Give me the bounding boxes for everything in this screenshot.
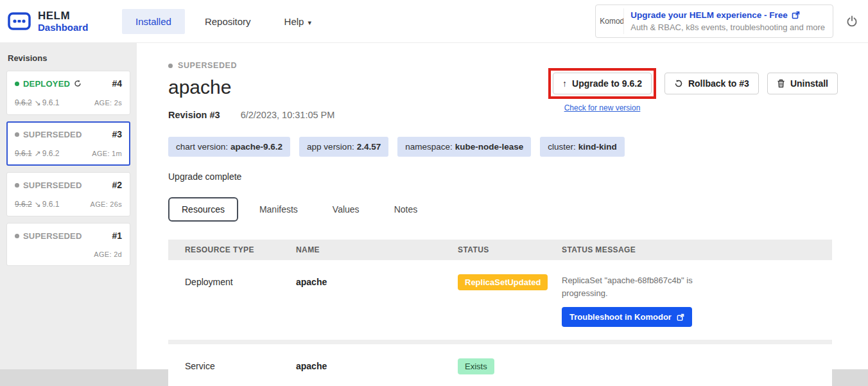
main-nav: Installed Repository Help▾ [122,9,325,34]
resource-message-cell: ReplicaSet "apache-68fb867c4b" is progre… [562,274,832,327]
trash-icon [777,79,785,88]
status-dot-icon [15,234,19,238]
tab-manifests[interactable]: Manifests [246,197,311,222]
status-badge: ReplicaSetUpdated [458,274,548,290]
power-icon [846,15,858,27]
col-status-message: STATUS MESSAGE [562,245,832,254]
troubleshoot-komodor-button[interactable]: Troubleshoot in Komodor [562,307,692,327]
chip-label: namespace: [405,142,453,152]
detail-tabs: Resources Manifests Values Notes [168,197,838,222]
revision-timestamp: 6/2/2023, 10:31:05 PM [241,110,335,120]
chip-value: kube-node-lease [455,142,524,152]
revision-card-1[interactable]: SUPERSEDED #1 AGE: 2d [6,223,130,266]
version-to: 9.6.2 [42,149,60,158]
status-dot-icon [15,132,19,137]
brand-text: HELM Dashboard [38,10,88,33]
revision-card-2[interactable]: SUPERSEDED #2 9.6.2↘9.6.1 AGE: 26s [6,172,130,216]
revision-versions: 9.6.1↗9.6.2 [15,149,59,158]
version-to: 9.6.1 [42,200,60,209]
external-link-icon [792,11,800,19]
komodor-promo-banner[interactable]: Komod Upgrade your HELM experience - Fre… [595,4,833,38]
status-badge: Exists [458,358,494,374]
revision-number: #1 [112,231,122,241]
brand-helm: HELM [38,10,88,22]
revision-status-label: SUPERSEDED [23,130,82,139]
helm-dashboard-app: HELM Dashboard Installed Repository Help… [0,0,868,386]
revision-status: SUPERSEDED [15,180,82,190]
row-separator [168,340,832,344]
revision-status: DEPLOYED [15,79,82,89]
chip-label: app version: [307,142,354,152]
resources-table: RESOURCE TYPE NAME STATUS STATUS MESSAGE… [168,240,832,386]
revisions-sidebar: Revisions DEPLOYED #4 9.6.2↘9.6.1 AGE: 2… [0,43,137,369]
resources-table-header: RESOURCE TYPE NAME STATUS STATUS MESSAGE [168,240,832,260]
tab-notes[interactable]: Notes [381,197,431,222]
redeploy-icon[interactable] [74,80,82,87]
revision-versions: 9.6.2↘9.6.1 [15,98,59,107]
revision-status-label: SUPERSEDED [23,231,82,241]
check-new-version-link[interactable]: Check for new version [564,103,641,112]
version-arrow-icon: ↘ [35,200,41,209]
revision-label: Revision #3 [168,110,220,120]
external-link-icon [677,313,684,321]
uninstall-button[interactable]: Uninstall [767,73,838,94]
tab-values[interactable]: Values [319,197,373,222]
nav-help[interactable]: Help▾ [271,9,325,34]
status-dot-icon [15,183,19,188]
troubleshoot-button-label: Troubleshoot in Komodor [569,312,672,322]
revision-status: SUPERSEDED [15,130,82,139]
release-header: SUPERSEDED apache Revision #3 6/2/2023, … [168,61,838,120]
table-row-service: Service apache Exists [168,344,832,386]
revision-number: #4 [112,78,122,89]
chip-cluster: cluster:kind-kind [540,137,625,157]
nav-repository[interactable]: Repository [191,9,265,34]
revision-card-4[interactable]: DEPLOYED #4 9.6.2↘9.6.1 AGE: 2s [6,71,130,115]
promo-title-link[interactable]: Upgrade your HELM experience - Free [630,10,788,20]
release-meta-chips: chart version:apache-9.6.2 app version:2… [168,137,838,157]
tab-resources[interactable]: Resources [168,197,238,222]
chip-value: kind-kind [578,142,617,152]
version-arrow-icon: ↗ [35,149,41,158]
revision-age: AGE: 26s [91,200,122,208]
version-from: 9.6.2 [15,200,32,209]
chip-value: apache-9.6.2 [230,142,282,152]
arrow-up-icon: ↑ [562,78,567,89]
nav-installed[interactable]: Installed [122,9,185,34]
content-row: Revisions DEPLOYED #4 9.6.2↘9.6.1 AGE: 2… [0,43,868,369]
chip-label: chart version: [176,142,228,152]
nav-help-label: Help [284,16,304,27]
rollback-button-label: Rollback to #3 [688,78,749,89]
status-dot-icon [168,64,173,68]
release-status-description: Upgrade complete [168,171,838,182]
uninstall-button-label: Uninstall [790,78,828,89]
helm-logo-icon [6,8,32,34]
revision-status-label: DEPLOYED [23,79,70,89]
version-from: 9.6.1 [15,149,32,158]
chip-label: cluster: [548,142,576,152]
upgrade-button[interactable]: ↑ Upgrade to 9.6.2 [553,73,652,94]
brand-dashboard: Dashboard [38,22,88,33]
helm-dashboard-logo[interactable]: HELM Dashboard [6,8,117,34]
promo-subtitle: Auth & RBAC, k8s events, troubleshooting… [630,22,825,32]
power-button[interactable] [846,15,858,27]
resource-status-cell: ReplicaSetUpdated [458,274,562,290]
col-resource-type: RESOURCE TYPE [185,245,296,254]
resource-name-cell: apache [296,274,458,287]
version-from: 9.6.2 [15,98,32,107]
revision-line: Revision #3 6/2/2023, 10:31:05 PM [168,110,334,120]
revision-number: #2 [112,180,122,190]
rollback-button[interactable]: Rollback to #3 [664,73,759,94]
revision-age: AGE: 2s [94,99,122,107]
revision-status: SUPERSEDED [15,231,82,241]
revision-status-label: SUPERSEDED [23,180,82,190]
resource-type-cell: Service [185,358,296,371]
revision-card-3[interactable]: SUPERSEDED #3 9.6.1↗9.6.2 AGE: 1m [6,121,130,166]
version-arrow-icon: ↘ [35,98,41,107]
col-status: STATUS [458,245,562,254]
resource-type-cell: Deployment [185,274,296,287]
upgrade-column: ↑ Upgrade to 9.6.2 Check for new version [548,68,656,112]
top-navbar: HELM Dashboard Installed Repository Help… [0,0,868,43]
chip-app-version: app version:2.4.57 [299,137,388,157]
release-detail-panel: SUPERSEDED apache Revision #3 6/2/2023, … [137,43,868,369]
red-highlight-annotation: ↑ Upgrade to 9.6.2 [548,68,656,99]
